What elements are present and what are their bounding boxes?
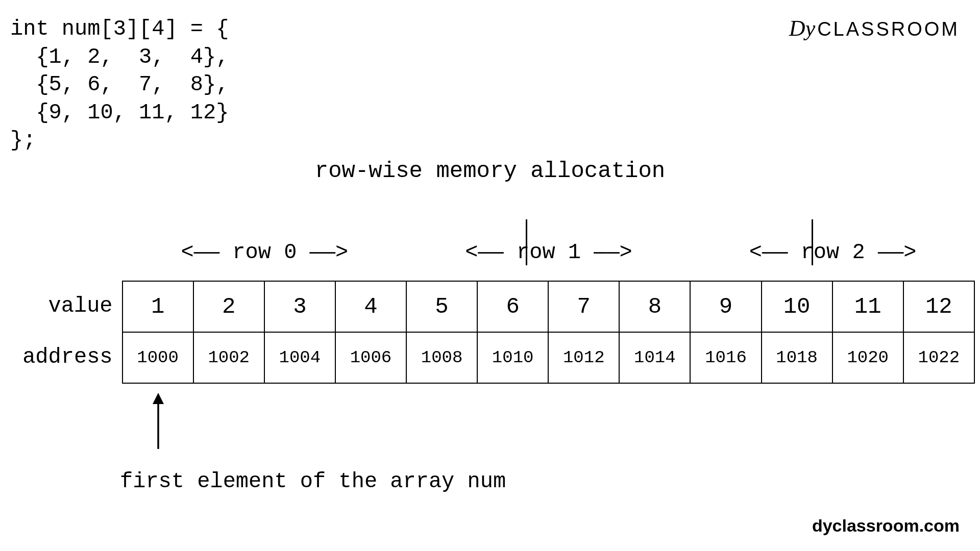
- memory-table: 1 2 3 4 5 6 7 8 9 10 11 12 1000 1002 100…: [122, 281, 975, 384]
- table-row-values: 1 2 3 4 5 6 7 8 9 10 11 12: [122, 281, 974, 332]
- logo-text: CLASSROOM: [817, 18, 960, 40]
- logo-prefix: Dy: [789, 16, 815, 41]
- value-cell: 9: [690, 281, 761, 332]
- address-cell: 1002: [193, 332, 264, 383]
- row-header-1: <—— row 1 ——>: [407, 224, 691, 281]
- value-cell: 8: [619, 281, 690, 332]
- arrow-up-icon: [151, 393, 166, 449]
- address-cell: 1006: [335, 332, 406, 383]
- group-divider: [526, 219, 527, 265]
- row-header-2: <—— row 2 ——>: [691, 224, 975, 281]
- code-declaration: int num[3][4] = { {1, 2, 3, 4}, {5, 6, 7…: [10, 15, 229, 155]
- label-value: value: [5, 281, 122, 332]
- first-element-caption: first element of the array num: [120, 469, 506, 494]
- memory-diagram: <—— row 0 ——> <—— row 1 ——> <—— row 2 ——…: [5, 224, 975, 384]
- value-cell: 3: [264, 281, 335, 332]
- value-cell: 11: [832, 281, 903, 332]
- address-cell: 1012: [548, 332, 619, 383]
- value-cell: 10: [762, 281, 832, 332]
- value-cell: 6: [477, 281, 548, 332]
- address-cell: 1014: [619, 332, 690, 383]
- label-address: address: [5, 332, 122, 383]
- brand-logo: DyCLASSROOM: [789, 15, 960, 41]
- svg-marker-1: [153, 393, 164, 404]
- address-cell: 1000: [122, 332, 193, 383]
- address-cell: 1008: [406, 332, 477, 383]
- table-row-addresses: 1000 1002 1004 1006 1008 1010 1012 1014 …: [122, 332, 974, 383]
- value-cell: 2: [193, 281, 264, 332]
- value-cell: 5: [406, 281, 477, 332]
- footer-url: dyclassroom.com: [812, 516, 960, 536]
- row-headers: <—— row 0 ——> <—— row 1 ——> <—— row 2 ——…: [122, 224, 975, 281]
- value-cell: 1: [122, 281, 193, 332]
- value-cell: 12: [903, 281, 974, 332]
- address-cell: 1016: [690, 332, 761, 383]
- address-cell: 1022: [903, 332, 974, 383]
- row-header-0: <—— row 0 ——>: [122, 224, 407, 281]
- address-cell: 1018: [762, 332, 832, 383]
- value-cell: 7: [548, 281, 619, 332]
- address-cell: 1020: [832, 332, 903, 383]
- group-divider: [812, 219, 813, 265]
- address-cell: 1004: [264, 332, 335, 383]
- diagram-title: row-wise memory allocation: [315, 158, 666, 184]
- side-labels: value address: [5, 281, 122, 384]
- address-cell: 1010: [477, 332, 548, 383]
- value-cell: 4: [335, 281, 406, 332]
